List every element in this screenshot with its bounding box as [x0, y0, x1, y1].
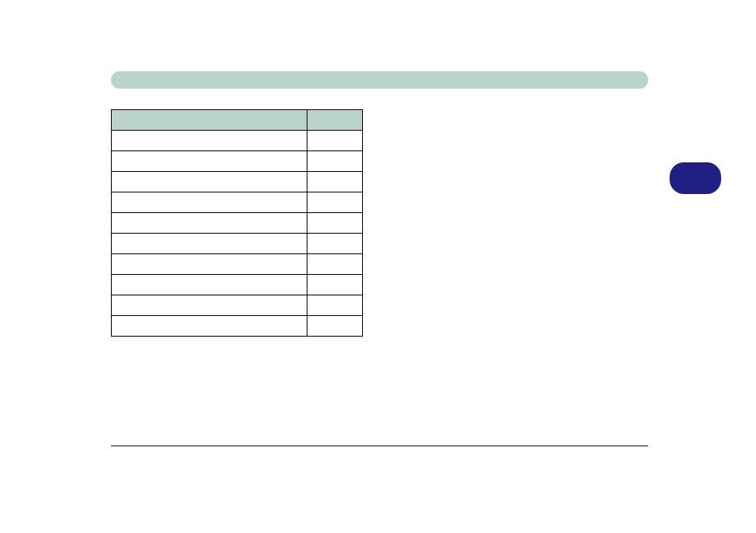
table-row [112, 213, 363, 234]
table-row [112, 275, 363, 295]
data-table [111, 109, 363, 337]
table-header-a [112, 110, 307, 131]
table-cell [307, 234, 363, 254]
table-row [112, 234, 363, 254]
table-row [112, 254, 363, 275]
table-header-row [112, 110, 363, 131]
page-tab [670, 162, 721, 194]
table-header-b [307, 110, 363, 131]
table-cell [307, 275, 363, 295]
table-cell [307, 295, 363, 316]
table-cell [307, 172, 363, 192]
table-cell [112, 234, 307, 254]
table-row [112, 295, 363, 316]
table-cell [307, 213, 363, 234]
table-cell [112, 131, 307, 151]
table-cell [307, 131, 363, 151]
table-cell [112, 254, 307, 275]
table-cell [112, 151, 307, 172]
page [0, 0, 756, 533]
table-cell [112, 192, 307, 213]
table-row [112, 316, 363, 337]
table-row [112, 172, 363, 192]
table-cell [112, 295, 307, 316]
table-cell [112, 213, 307, 234]
horizontal-rule [111, 445, 648, 447]
table-cell [307, 316, 363, 337]
table-cell [112, 172, 307, 192]
table-row [112, 192, 363, 213]
table-row [112, 131, 363, 151]
table-cell [307, 254, 363, 275]
table-cell [307, 151, 363, 172]
table-cell [112, 275, 307, 295]
table-cell [112, 316, 307, 337]
table-cell [307, 192, 363, 213]
table-row [112, 151, 363, 172]
section-header-bar [111, 71, 648, 89]
